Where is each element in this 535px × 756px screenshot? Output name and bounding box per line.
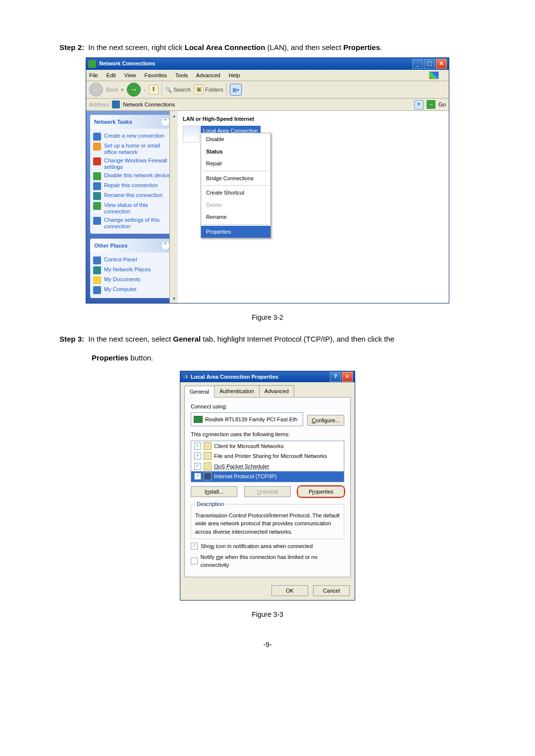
place-my-computer[interactable]: My Computer xyxy=(93,285,171,295)
close-button[interactable]: × xyxy=(436,59,447,69)
checkbox-icon[interactable] xyxy=(191,557,198,564)
window-title: Network Connections xyxy=(99,59,155,68)
help-button[interactable]: ? xyxy=(330,372,341,382)
titlebar[interactable]: Local Area Connection Properties ? × xyxy=(180,371,355,382)
qos-icon xyxy=(204,462,212,470)
properties-button[interactable]: Properties xyxy=(298,486,344,498)
home-network-icon xyxy=(93,143,101,151)
menu-help[interactable]: Help xyxy=(229,72,240,78)
menu-advanced[interactable]: Advanced xyxy=(196,72,220,78)
content-area[interactable]: LAN or High-Speed Internet Local Area Co… xyxy=(178,111,449,303)
description-text: Transmission Control Protocol/Internet P… xyxy=(195,511,340,536)
adapter-box[interactable]: Realtek RTL8139 Family PCI Fast Eth xyxy=(191,412,303,426)
close-button[interactable]: × xyxy=(342,372,353,382)
menu-tools[interactable]: Tools xyxy=(175,72,188,78)
forward-button[interactable]: → xyxy=(127,83,141,97)
panel-header[interactable]: Other Places ˄ xyxy=(90,239,174,252)
uses-label: This connection uses the following items… xyxy=(191,430,344,439)
scroll-down-icon[interactable]: ▾ xyxy=(173,295,175,302)
task-create-connection[interactable]: Create a new connection xyxy=(93,132,171,142)
titlebar[interactable]: Network Connections _ □ × xyxy=(86,58,449,70)
go-label: Go xyxy=(438,101,446,109)
folders-button[interactable]: ▣Folders xyxy=(194,85,223,95)
ctx-repair[interactable]: Repair xyxy=(201,157,270,170)
settings-icon xyxy=(93,217,101,225)
cancel-button[interactable]: Cancel xyxy=(313,585,350,597)
checkbox-icon[interactable]: ✓ xyxy=(194,443,201,450)
items-list[interactable]: ✓Client for Microsoft Networks ✓File and… xyxy=(191,441,344,482)
ok-button[interactable]: OK xyxy=(271,585,308,597)
task-setup-network[interactable]: Set up a home or small office network xyxy=(93,142,171,156)
minimize-button[interactable]: _ xyxy=(412,59,423,69)
panel-header[interactable]: Network Tasks ˄ xyxy=(90,115,174,129)
address-value[interactable]: Network Connections xyxy=(123,101,411,109)
task-settings[interactable]: Change settings of this connection xyxy=(93,216,171,231)
ctx-status[interactable]: Status xyxy=(201,146,270,158)
tab-authentication[interactable]: Authentication xyxy=(214,385,260,397)
search-button[interactable]: 🔍Search xyxy=(165,86,191,94)
checkbox-icon[interactable]: ✓ xyxy=(194,453,201,459)
install-button[interactable]: Install... xyxy=(191,486,237,498)
control-panel-icon xyxy=(93,256,101,264)
place-control-panel[interactable]: Control Panel xyxy=(93,255,171,265)
list-item[interactable]: ✓QoS Packet Scheduler xyxy=(191,461,344,472)
tab-advanced[interactable]: Advanced xyxy=(259,385,294,397)
checkbox-icon[interactable]: ✓ xyxy=(194,463,201,470)
repair-icon xyxy=(93,182,101,190)
show-icon-label: Show icon in notification area when conn… xyxy=(201,542,313,551)
place-network-places[interactable]: My Network Places xyxy=(93,265,171,275)
figure-caption-2: Figure 3-3 xyxy=(59,609,476,620)
show-icon-row[interactable]: ✓ Show icon in notification area when co… xyxy=(191,542,344,551)
connection-icon xyxy=(93,133,101,141)
list-item-tcpip[interactable]: ✓Internet Protocol (TCP/IP) xyxy=(191,471,344,482)
checkbox-icon[interactable]: ✓ xyxy=(191,543,198,550)
disable-icon xyxy=(93,172,101,180)
connect-using-label: Connect using: xyxy=(191,403,344,411)
uninstall-button: Uninstall xyxy=(244,486,291,498)
views-button[interactable]: ▦▾ xyxy=(230,84,242,96)
task-firewall[interactable]: Change Windows Firewall settings xyxy=(93,156,171,171)
toolbar: ← Back ▾ → - ⬆ 🔍Search ▣Folders ▦▾ xyxy=(86,81,449,99)
chevron-up-icon[interactable]: ˄ xyxy=(161,241,170,250)
go-button[interactable]: → xyxy=(427,100,435,109)
place-my-documents[interactable]: My Documents xyxy=(93,275,171,285)
other-places-panel: Other Places ˄ Control Panel My Network … xyxy=(90,239,174,298)
ctx-rename[interactable]: Rename xyxy=(201,211,270,223)
list-item[interactable]: ✓File and Printer Sharing for Microsoft … xyxy=(191,451,344,461)
sidebar-scrollbar[interactable]: ▴▾ xyxy=(169,111,178,303)
back-button[interactable]: ← xyxy=(89,83,103,97)
step3-cont: Properties button. xyxy=(92,353,476,364)
task-rename[interactable]: Rename this connection xyxy=(93,191,171,201)
configure-button[interactable]: Configure... xyxy=(307,415,344,426)
task-disable[interactable]: Disable this network device xyxy=(93,171,171,181)
task-status[interactable]: View status of this connection xyxy=(93,201,171,216)
lac-icon[interactable] xyxy=(183,126,200,143)
ctx-disable[interactable]: Disable xyxy=(201,133,270,146)
chevron-up-icon[interactable]: ˄ xyxy=(161,117,170,126)
window-title: Local Area Connection Properties xyxy=(191,373,278,381)
adapter-name: Realtek RTL8139 Family PCI Fast Eth xyxy=(205,415,297,424)
ctx-properties[interactable]: Properties xyxy=(201,226,270,238)
network-connections-window: Network Connections _ □ × File Edit View… xyxy=(86,57,449,304)
menu-view[interactable]: View xyxy=(124,72,136,78)
address-dropdown[interactable]: ▾ xyxy=(414,100,424,109)
ctx-bridge[interactable]: Bridge Connections xyxy=(201,172,270,185)
back-label: Back xyxy=(106,86,118,94)
figure-caption-1: Figure 3-2 xyxy=(59,312,476,323)
rename-icon xyxy=(93,192,101,200)
maximize-button[interactable]: □ xyxy=(424,59,435,69)
menu-favorites[interactable]: Favorites xyxy=(145,72,167,78)
task-repair[interactable]: Repair this connection xyxy=(93,181,171,191)
scroll-up-icon[interactable]: ▴ xyxy=(173,112,175,119)
ctx-shortcut[interactable]: Create Shortcut xyxy=(201,187,270,199)
notify-row[interactable]: Notify me when this connection has limit… xyxy=(191,553,344,569)
menu-file[interactable]: File xyxy=(89,72,98,78)
nic-icon xyxy=(194,416,203,423)
list-item[interactable]: ✓Client for Microsoft Networks xyxy=(191,441,344,452)
step2-label: Step 2: xyxy=(59,43,84,51)
checkbox-icon[interactable]: ✓ xyxy=(194,473,201,480)
up-folder-icon[interactable]: ⬆ xyxy=(149,85,159,95)
tab-general[interactable]: General xyxy=(184,386,214,398)
tab-body: Connect using: Realtek RTL8139 Family PC… xyxy=(184,397,351,577)
menu-edit[interactable]: Edit xyxy=(107,72,116,78)
